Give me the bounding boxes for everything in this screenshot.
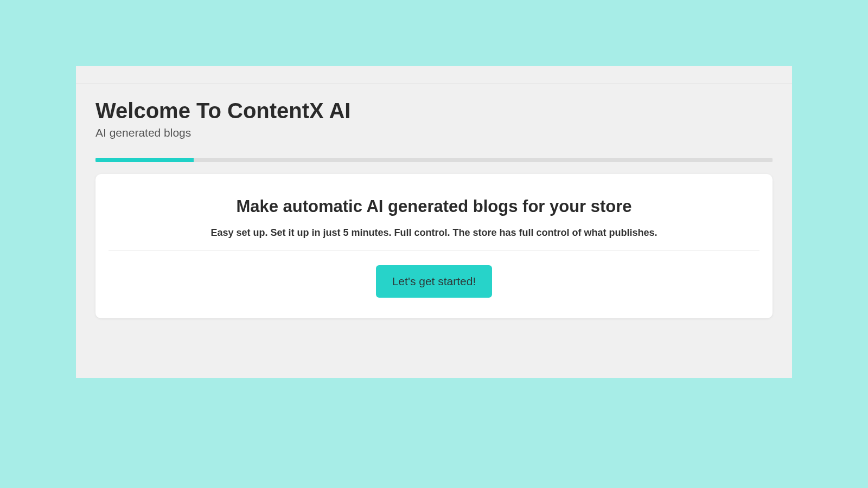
- onboarding-card: Make automatic AI generated blogs for yo…: [95, 174, 773, 318]
- get-started-button[interactable]: Let's get started!: [376, 265, 493, 298]
- progress-bar: [95, 158, 773, 162]
- page-title: Welcome To ContentX AI: [95, 99, 773, 123]
- page-subtitle: AI generated blogs: [95, 126, 773, 139]
- progress-fill: [95, 158, 194, 162]
- card-subtitle: Easy set up. Set it up in just 5 minutes…: [108, 227, 760, 251]
- card-title: Make automatic AI generated blogs for yo…: [106, 197, 762, 216]
- top-bar: [76, 66, 792, 84]
- content-area: Welcome To ContentX AI AI generated blog…: [76, 84, 792, 318]
- app-panel: Welcome To ContentX AI AI generated blog…: [76, 66, 792, 378]
